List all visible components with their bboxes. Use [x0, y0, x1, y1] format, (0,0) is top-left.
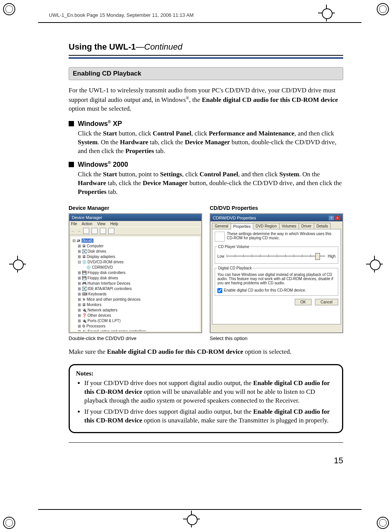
back-arrow-icon[interactable]: ←	[71, 229, 75, 233]
tree-item[interactable]: ⊞ ⚙ Processors	[78, 324, 198, 329]
title-rule	[69, 55, 343, 59]
tab-content: These settings determine the way in whic…	[212, 229, 341, 324]
note-item: If your CD/DVD drive does not support di…	[84, 379, 336, 405]
registration-mark-icon	[370, 260, 379, 269]
tab-properties[interactable]: Properties	[231, 223, 254, 229]
menu-action[interactable]: Action	[82, 222, 92, 226]
page-title: Using the UWL-1	[69, 42, 136, 52]
close-icon[interactable]: ×	[335, 216, 340, 220]
text: option must be selected.	[69, 105, 131, 112]
os-name-xp: Windows® XP	[78, 119, 122, 128]
enable-digital-checkbox-row[interactable]: Enable digital CD audio for this CD-ROM …	[217, 288, 336, 293]
tree-root[interactable]: ⊟ 🖳 (local)	[72, 238, 198, 243]
toolbar-icon[interactable]	[92, 228, 98, 234]
tab-driver[interactable]: Driver	[299, 223, 314, 229]
properties-window: CDRW/DVD Properties ?× General Propertie…	[210, 213, 343, 333]
tree-item[interactable]: ⊞ 🖥 Monitors	[78, 302, 198, 308]
volume-fieldset: CD Player Volume Low High	[215, 245, 338, 264]
notes-title: Notes:	[76, 370, 336, 377]
tree-item[interactable]: ⊞ 🖥 Display adapters	[78, 254, 198, 260]
digital-text: You can have Windows use digital instead…	[217, 272, 336, 285]
tab-dvd-region[interactable]: DVD Region	[253, 223, 280, 229]
tree-item[interactable]: ⊞ 🔊 Sound, video and game controllers	[78, 329, 198, 331]
tab-details[interactable]: Details	[314, 223, 331, 229]
after-figure-text: Make sure the Enable digital CD audio fo…	[69, 348, 343, 356]
tree-item-cdrw[interactable]: 💿 CDRW/DVD	[83, 265, 198, 270]
figure-title-left: Device Manager	[69, 205, 202, 211]
tree-item[interactable]: ⊞ 💽 IDE ATA/ATAPI controllers	[78, 286, 198, 292]
enable-digital-checkbox[interactable]	[217, 288, 222, 293]
volume-legend: CD Player Volume	[217, 245, 250, 249]
windows-2000-block: Windows® 2000 Click the Start button, po…	[69, 160, 343, 197]
window-buttons: ?×	[328, 215, 340, 220]
enable-digital-label: Enable digital CD audio for this CD-ROM …	[224, 288, 306, 292]
description-row: These settings determine the way in whic…	[215, 232, 338, 242]
tree-item[interactable]: ⊞ 🔌 Ports (COM & LPT)	[78, 318, 198, 324]
digital-legend: Digital CD Playback	[217, 266, 252, 270]
slider-thumb-icon[interactable]	[315, 253, 320, 260]
toolbar-icon[interactable]	[108, 228, 114, 234]
windows-xp-block: Windows® XP Click the Start button, clic…	[69, 119, 343, 156]
titlebar: Device Manager	[69, 214, 201, 221]
footer-rule	[38, 509, 361, 510]
crop-mark-bottom-right	[377, 517, 389, 529]
square-bullet-icon	[69, 162, 74, 167]
tab-general[interactable]: General	[212, 223, 231, 229]
volume-high-label: High	[328, 254, 336, 258]
registration-mark-icon	[187, 514, 196, 524]
registered-mark: ®	[186, 95, 189, 100]
description-text: These settings determine the way in whic…	[227, 232, 338, 242]
ok-button[interactable]: OK	[295, 299, 312, 305]
menu-file[interactable]: File	[71, 222, 77, 226]
tree-item[interactable]: ⊞ 💾 Floppy disk controllers	[78, 270, 198, 276]
tab-volumes[interactable]: Volumes	[279, 223, 299, 229]
notes-box: Notes: If your CD/DVD drive does not sup…	[69, 364, 343, 433]
device-manager-window: Device Manager File Action View Help ← →	[69, 213, 202, 333]
tree-item[interactable]: ⊞ 🖥 Computer	[78, 243, 198, 249]
toolbar-icon[interactable]	[100, 228, 106, 234]
book-metadata: UWL-1_En.book Page 15 Monday, September …	[49, 12, 194, 18]
cancel-button[interactable]: Cancel	[315, 299, 338, 305]
digital-fieldset: Digital CD Playback You can have Windows…	[215, 266, 338, 296]
tree-item-dvd[interactable]: ⊟ 💿 DVD/CD-ROM drives	[78, 260, 198, 265]
cd-icon	[215, 232, 225, 242]
registration-mark-icon	[13, 260, 22, 269]
tree-item[interactable]: ⊞ 💾 Floppy disk drives	[78, 276, 198, 281]
page-title-continued: —Continued	[136, 42, 182, 52]
bold-option-name: Enable digital CD audio for this CD-ROM …	[202, 96, 338, 103]
square-bullet-icon	[69, 121, 74, 126]
toolbar: ← →	[69, 227, 201, 235]
callout-left: Double-click the CD/DVD drive	[69, 335, 202, 341]
os-name-2000: Windows® 2000	[78, 160, 128, 169]
tree-item[interactable]: ⊞ 💽 Disk drives	[78, 249, 198, 254]
tree-item[interactable]: ⊞ 🎮 Human Interface Devices	[78, 281, 198, 286]
section-heading: Enabling CD Playback	[69, 67, 343, 80]
tree-item[interactable]: ⊞ 🔌 Network adapters	[78, 308, 198, 313]
crop-mark-bottom-left	[3, 517, 15, 529]
tree-item[interactable]: ⊞ ⌨ Keyboards	[78, 292, 198, 297]
window-title: CDRW/DVD Properties	[213, 216, 256, 220]
window-title: Device Manager	[72, 215, 102, 220]
tree-item[interactable]: ⊞ 🖱 Mice and other pointing devices	[78, 297, 198, 302]
callout-right: Select this option	[210, 335, 343, 341]
os-body-2000: Click the Start button, point to Setting…	[78, 170, 343, 197]
tree-item[interactable]: ⊞ ❓ Other devices	[78, 313, 198, 318]
figure-title-right: CD/DVD Properties	[210, 205, 343, 211]
os-body-xp: Click the Start button, click Control Pa…	[78, 129, 343, 156]
volume-slider[interactable]: Low High	[217, 251, 336, 261]
note-item: If your CD/DVD drive does support digita…	[84, 408, 336, 425]
pagenum-rule	[69, 442, 343, 443]
figure-cddvd-properties: CD/DVD Properties CDRW/DVD Properties ?×…	[210, 205, 343, 341]
tabs: General Properties DVD Region Volumes Dr…	[210, 221, 342, 229]
device-tree: ⊟ 🖳 (local) ⊞ 🖥 Computer ⊞ 💽 Disk drives…	[71, 237, 200, 331]
text: , the	[189, 96, 202, 103]
help-icon[interactable]: ?	[329, 216, 334, 220]
forward-arrow-icon[interactable]: →	[77, 229, 81, 233]
menu-help[interactable]: Help	[110, 222, 118, 226]
figures-row: Device Manager Device Manager File Actio…	[69, 205, 343, 341]
menu-view[interactable]: View	[97, 222, 106, 226]
toolbar-icon[interactable]	[83, 228, 89, 234]
page-number: 15	[334, 456, 343, 466]
figure-device-manager: Device Manager Device Manager File Actio…	[69, 205, 202, 341]
registration-mark-icon	[322, 8, 331, 18]
